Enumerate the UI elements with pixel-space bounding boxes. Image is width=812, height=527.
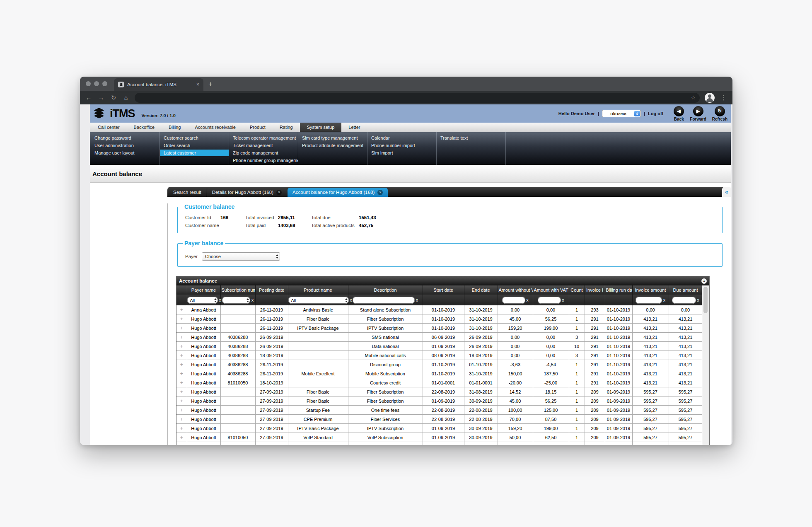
menu-item-customer-search[interactable]: Customer search <box>160 135 229 141</box>
filter-clear-icon[interactable]: x <box>697 298 699 302</box>
row-expand-button[interactable]: + <box>176 396 187 406</box>
tab-close-icon[interactable]: × <box>196 82 199 87</box>
nav-tab-product[interactable]: Product <box>243 123 273 132</box>
browser-tab-account-balance[interactable]: Account balance- iTMS × <box>114 78 203 91</box>
nav-tab-billing[interactable]: Billing <box>162 123 188 132</box>
column-header-start-date[interactable]: Start date <box>423 285 464 295</box>
filter-input-description[interactable] <box>353 297 415 304</box>
browser-reload-icon[interactable]: ↻ <box>110 94 117 102</box>
menu-item-change-password[interactable]: Change password <box>91 135 160 141</box>
menu-item-latest-customer[interactable]: Latest customer <box>160 150 229 156</box>
filter-input-invoice-amount[interactable] <box>636 297 662 304</box>
column-header-posting-date[interactable]: Posting date <box>255 285 288 295</box>
column-header-subscription-num[interactable]: Subscription num <box>220 285 255 295</box>
row-expand-button[interactable]: + <box>176 305 187 314</box>
browser-forward-icon[interactable]: → <box>97 94 105 101</box>
refresh-button[interactable]: ↻ Refresh <box>712 106 727 121</box>
filter-input-due-amount[interactable] <box>672 297 696 304</box>
browser-menu-icon[interactable]: ⋮ <box>720 94 727 102</box>
column-header-due-amount[interactable]: Due amount <box>669 285 702 295</box>
browser-back-icon[interactable]: ← <box>85 94 92 101</box>
row-expand-button[interactable]: + <box>176 369 187 378</box>
zoom-window-icon[interactable] <box>102 81 107 86</box>
logoff-link[interactable]: Log off <box>648 111 663 116</box>
filter-select-subscription-num[interactable] <box>222 297 250 304</box>
nav-tab-call-center[interactable]: Call center <box>91 123 127 132</box>
profile-avatar-icon[interactable] <box>705 93 715 103</box>
column-header-amount-without-v[interactable]: Amount without V <box>498 285 533 295</box>
column-header-amount-with-vat[interactable]: Amount with VAT <box>533 285 569 295</box>
back-icon[interactable]: ◀ <box>674 106 684 116</box>
row-expand-button[interactable]: + <box>176 351 187 360</box>
menu-item-user-administration[interactable]: User administration <box>91 142 160 149</box>
payer-select[interactable]: Choose <box>202 252 280 261</box>
row-expand-button[interactable]: + <box>176 360 187 369</box>
column-header-end-date[interactable]: End date <box>464 285 498 295</box>
refresh-icon[interactable]: ↻ <box>715 106 725 116</box>
column-header-count[interactable]: Count <box>569 285 585 295</box>
row-expand-button[interactable]: + <box>176 378 187 387</box>
filter-clear-icon[interactable]: x <box>663 298 665 302</box>
grid-scrollbar[interactable] <box>702 285 709 445</box>
menu-item-zip-code-management[interactable]: Zip code management <box>229 150 298 156</box>
nav-tab-rating[interactable]: Rating <box>273 123 300 132</box>
menu-item-order-search[interactable]: Order search <box>160 142 229 149</box>
filter-select-product-name[interactable]: All <box>288 297 349 304</box>
row-expand-button[interactable]: + <box>176 333 187 342</box>
row-expand-button[interactable]: + <box>176 442 187 445</box>
nav-tab-system-setup[interactable]: System setup <box>300 123 342 132</box>
nav-tab-backoffice[interactable]: Backoffice <box>127 123 162 132</box>
workspace-tab-details-for-hugo-abbott-168[interactable]: Details for Hugo Abbott (168)× <box>207 188 287 197</box>
minimize-window-icon[interactable] <box>94 81 99 86</box>
workspace-tab-account-balance-for-hugo-abbott-168[interactable]: Account balance for Hugo Abbott (168)× <box>288 188 388 197</box>
menu-item-manage-user-layout[interactable]: Manage user layout <box>91 150 160 156</box>
row-expand-button[interactable]: + <box>176 324 187 333</box>
workspace-tab-search-result[interactable]: Search result <box>168 188 206 197</box>
menu-item-sim-card-type-management[interactable]: Sim card type management <box>298 135 367 141</box>
filter-select-payer-name[interactable]: All <box>187 297 218 304</box>
menu-item-product-attribute-management[interactable]: Product attribute management <box>298 142 367 149</box>
filter-clear-icon[interactable]: x <box>527 298 529 302</box>
browser-home-icon[interactable]: ⌂ <box>122 94 130 101</box>
window-controls[interactable] <box>80 77 114 91</box>
forward-icon[interactable]: ▶ <box>693 106 703 116</box>
address-bar[interactable]: ☆ <box>135 93 700 103</box>
filter-clear-icon[interactable]: x <box>562 298 564 302</box>
column-header-expand[interactable] <box>176 285 187 295</box>
forward-button[interactable]: ▶ Forward <box>690 106 706 121</box>
scrollbar-thumb[interactable] <box>703 287 708 313</box>
row-expand-button[interactable]: + <box>176 387 187 396</box>
menu-item-ticket-management[interactable]: Ticket management <box>229 142 298 149</box>
filter-input-amount-with-vat[interactable] <box>538 297 561 304</box>
bookmark-star-icon[interactable]: ☆ <box>691 94 696 101</box>
column-header-description[interactable]: Description <box>348 285 423 295</box>
nav-tab-accounts-receivable[interactable]: Accounts receivable <box>188 123 243 132</box>
filter-input-amount-without-v[interactable] <box>502 297 525 304</box>
row-expand-button[interactable]: + <box>176 342 187 351</box>
column-header-invoice-i[interactable]: Invoice I <box>585 285 605 295</box>
language-select[interactable]: DkDemo <box>602 110 641 117</box>
column-header-product-name[interactable]: Product name <box>288 285 348 295</box>
nav-tab-letter[interactable]: Letter <box>341 123 367 132</box>
column-header-billing-run-dat[interactable]: Billing run dat <box>605 285 632 295</box>
menu-item-telecom-operator-management[interactable]: Telecom operator management <box>229 135 298 141</box>
panel-collapse-button[interactable]: « <box>722 187 731 197</box>
tab-close-icon[interactable]: × <box>377 190 383 195</box>
tab-close-icon[interactable]: × <box>276 190 282 195</box>
new-tab-button[interactable]: + <box>203 80 218 91</box>
row-expand-button[interactable]: + <box>176 314 187 324</box>
grid-collapse-icon[interactable]: ▴ <box>701 278 707 284</box>
menu-item-phone-number-import[interactable]: Phone number import <box>367 142 436 149</box>
column-header-payer-name[interactable]: Payer name <box>187 285 220 295</box>
filter-clear-icon[interactable]: x <box>350 298 352 302</box>
menu-item-calendar[interactable]: Calendar <box>367 135 436 141</box>
filter-clear-icon[interactable]: x <box>251 298 254 302</box>
menu-item-sim-import[interactable]: Sim import <box>367 150 436 156</box>
column-header-invoice-amount[interactable]: Invoice amount <box>632 285 669 295</box>
row-expand-button[interactable]: + <box>176 415 187 424</box>
filter-clear-icon[interactable]: x <box>416 298 418 302</box>
row-expand-button[interactable]: + <box>176 424 187 433</box>
menu-item-translate-text[interactable]: Translate text <box>437 135 505 141</box>
row-expand-button[interactable]: + <box>176 406 187 415</box>
close-window-icon[interactable] <box>86 81 91 86</box>
